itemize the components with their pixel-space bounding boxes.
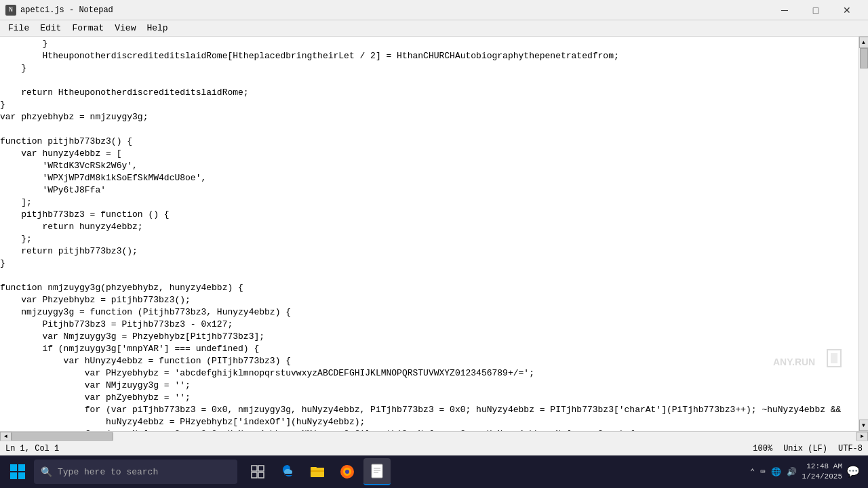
taskbar-search-icon: 🔍 xyxy=(41,466,52,478)
menu-view[interactable]: View xyxy=(109,22,141,35)
window-title: apetci.js - Notepad xyxy=(20,5,113,15)
clock-time: 12:48 AM xyxy=(802,462,842,472)
svg-rect-12 xyxy=(311,467,317,470)
scroll-left-button[interactable]: ◄ xyxy=(0,432,12,441)
task-view-icon xyxy=(251,465,264,479)
svg-point-15 xyxy=(345,470,349,474)
close-button[interactable]: ✕ xyxy=(831,0,863,20)
svg-rect-10 xyxy=(258,472,264,478)
scroll-track[interactable] xyxy=(859,48,869,420)
svg-rect-4 xyxy=(18,464,25,471)
notification-icon[interactable]: 💬 xyxy=(846,465,860,479)
notepad-icon xyxy=(370,464,384,479)
maximize-button[interactable]: □ xyxy=(800,0,831,20)
menu-file[interactable]: File xyxy=(3,22,35,35)
minimize-button[interactable]: ─ xyxy=(769,0,800,20)
menu-edit[interactable]: Edit xyxy=(35,22,66,35)
taskbar: 🔍 Type here to search xyxy=(0,455,868,488)
svg-rect-6 xyxy=(18,472,25,479)
notepad-button[interactable] xyxy=(363,458,391,485)
scroll-right-button[interactable]: ► xyxy=(856,432,868,441)
editor-container: } HtheuponotherdiscrediteditslaidRome[Ht… xyxy=(0,37,868,431)
app-icon: N xyxy=(5,5,16,16)
svg-rect-3 xyxy=(10,464,17,471)
svg-rect-16 xyxy=(372,464,382,478)
svg-rect-9 xyxy=(252,472,257,478)
taskbar-search-bar[interactable]: 🔍 Type here to search xyxy=(34,460,237,484)
svg-rect-7 xyxy=(252,466,257,471)
editor-content[interactable]: } HtheuponotherdiscrediteditslaidRome[Ht… xyxy=(0,37,859,431)
status-right: 100% Unix (LF) UTF-8 xyxy=(753,444,863,453)
vertical-scrollbar[interactable]: ▲ ▼ xyxy=(859,37,868,431)
edge-icon xyxy=(279,464,296,480)
scroll-up-button[interactable]: ▲ xyxy=(859,37,869,48)
volume-icon[interactable]: 🔊 xyxy=(785,466,798,479)
scroll-down-button[interactable]: ▼ xyxy=(859,420,869,431)
hscroll-track[interactable] xyxy=(12,432,856,441)
menu-bar: File Edit Format View Help xyxy=(0,20,868,37)
start-button[interactable] xyxy=(3,457,33,487)
svg-rect-5 xyxy=(10,472,17,479)
encoding[interactable]: UTF-8 xyxy=(838,444,863,453)
title-bar: N apetci.js - Notepad ─ □ ✕ xyxy=(0,0,868,20)
status-bar: Ln 1, Col 1 100% Unix (LF) UTF-8 xyxy=(0,441,868,455)
firefox-button[interactable] xyxy=(334,458,361,485)
clock-date: 1/24/2025 xyxy=(802,472,842,482)
scroll-thumb[interactable] xyxy=(860,48,868,68)
title-bar-left: N apetci.js - Notepad xyxy=(5,5,113,16)
system-tray: ⌃ ⌨ 🌐 🔊 12:48 AM 1/24/2025 💬 xyxy=(749,462,865,483)
edge-browser-button[interactable] xyxy=(274,458,301,485)
code-content: } HtheuponotherdiscrediteditslaidRome[Ht… xyxy=(0,38,859,431)
cursor-position: Ln 1, Col 1 xyxy=(5,444,59,453)
file-explorer-icon xyxy=(309,464,326,480)
task-view-button[interactable] xyxy=(244,458,271,485)
window-controls: ─ □ ✕ xyxy=(769,0,863,20)
network-icon[interactable]: 🌐 xyxy=(770,466,783,479)
clock[interactable]: 12:48 AM 1/24/2025 xyxy=(802,462,842,483)
chevron-up-icon[interactable]: ⌃ xyxy=(749,466,756,479)
menu-format[interactable]: Format xyxy=(66,22,109,35)
svg-rect-8 xyxy=(258,466,264,471)
zoom-level[interactable]: 100% xyxy=(753,444,772,453)
line-ending[interactable]: Unix (LF) xyxy=(783,444,827,453)
file-explorer-button[interactable] xyxy=(304,458,331,485)
taskbar-search-placeholder: Type here to search xyxy=(58,467,158,477)
taskbar-icons xyxy=(244,458,391,485)
tray-icons: ⌃ ⌨ 🌐 🔊 xyxy=(749,466,797,479)
keyboard-icon[interactable]: ⌨ xyxy=(759,466,766,479)
hscroll-thumb[interactable] xyxy=(12,432,113,441)
firefox-icon xyxy=(339,464,355,480)
status-left: Ln 1, Col 1 xyxy=(5,444,59,453)
windows-logo-icon xyxy=(9,464,26,480)
menu-help[interactable]: Help xyxy=(141,22,173,35)
horizontal-scrollbar[interactable]: ◄ ► xyxy=(0,431,868,441)
